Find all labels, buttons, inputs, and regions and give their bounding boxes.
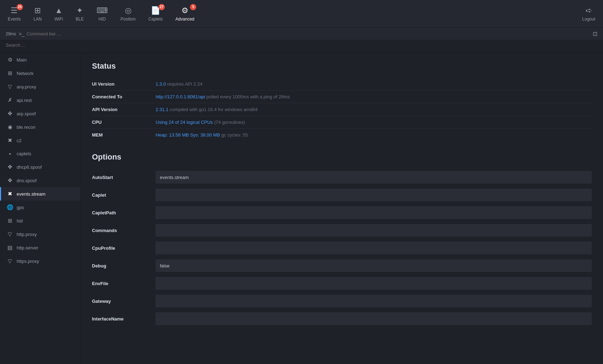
caplets-sidebar-label: caplets: [17, 151, 31, 156]
status-row-label: API Version: [92, 107, 156, 112]
status-value-dim: requires API 2.24: [167, 81, 203, 87]
export-icon[interactable]: ⊡: [593, 30, 597, 37]
status-value-highlight: 2.31.1: [156, 107, 170, 112]
sidebar-item-api-rest[interactable]: ✗api.rest: [0, 93, 80, 107]
advanced-nav-label: Advanced: [175, 17, 194, 22]
option-label: InterfaceName: [92, 316, 156, 322]
option-input-caplet[interactable]: [156, 189, 592, 201]
http-proxy-sidebar-label: http.proxy: [17, 232, 37, 237]
search-input[interactable]: [6, 42, 597, 48]
api-rest-sidebar-label: api.rest: [17, 98, 32, 103]
option-row: Commands: [92, 222, 592, 239]
cmd-arrow-icon: >_: [19, 31, 24, 37]
caplets-sidebar-icon: ▪: [7, 151, 13, 157]
status-row-label: Connected To: [92, 94, 156, 99]
http-proxy-sidebar-icon: ▽: [7, 231, 13, 237]
option-row: CapletPath: [92, 204, 592, 221]
status-table: UI Version1.3.0 requires API 2.24Connect…: [92, 78, 592, 141]
option-label: CapletPath: [92, 210, 156, 215]
logout-button[interactable]: ➪ Logout: [580, 3, 597, 24]
lan-nav-icon: ⊞: [34, 6, 41, 15]
position-nav-icon: ◎: [125, 6, 132, 15]
events-badge: 25: [17, 4, 23, 10]
option-input-interfacename[interactable]: [156, 312, 592, 325]
option-row: EnvFile: [92, 275, 592, 292]
option-label: CpuProfile: [92, 245, 156, 251]
nav-item-ble[interactable]: ✦BLE: [74, 3, 86, 24]
option-row: AutoStart: [92, 169, 592, 186]
nav-item-hid[interactable]: ⌨HID: [94, 3, 110, 24]
sidebar-item-arp-spoof[interactable]: ✤arp.spoof: [0, 107, 80, 120]
advanced-badge: 5: [190, 4, 196, 10]
options-title: Options: [92, 152, 592, 162]
sidebar-item-gps[interactable]: 🌐gps: [0, 201, 80, 214]
option-label: Debug: [92, 263, 156, 268]
main-sidebar-icon: ⚙: [7, 57, 13, 63]
option-input-cpuprofile[interactable]: [156, 242, 592, 254]
option-input-commands[interactable]: [156, 224, 592, 237]
dns-spoof-sidebar-icon: ✤: [7, 177, 13, 184]
sidebar-item-network[interactable]: ⊞Network: [0, 67, 80, 80]
sidebar: ⚙Main⊞Network▽any.proxy✗api.rest✤arp.spo…: [0, 53, 81, 364]
sidebar-item-http-server[interactable]: ▤http.server: [0, 241, 80, 254]
status-value-highlight: 1.3.0: [156, 81, 167, 87]
nav-item-caplets[interactable]: 📄27Caplets: [146, 3, 165, 24]
sidebar-item-hid[interactable]: ⊞hid: [0, 214, 80, 227]
status-row-value: http://127.0.0.1:8081/api polled every 1…: [156, 94, 290, 99]
sidebar-item-http-proxy[interactable]: ▽http.proxy: [0, 227, 80, 241]
status-row-value: Heap: 13.58 MB Sys: 38.00 MB gc cycles: …: [156, 132, 248, 138]
nav-item-position[interactable]: ◎Position: [118, 3, 138, 24]
hid-sidebar-icon: ⊞: [7, 218, 13, 224]
nav-item-advanced[interactable]: ⚙5Advanced: [173, 3, 196, 24]
status-value-highlight: Using 24 of 24 logical CPUs: [156, 120, 214, 125]
sidebar-item-events-stream[interactable]: ✖events.stream: [0, 187, 80, 201]
nav-item-wifi[interactable]: ▲WiFi: [52, 3, 65, 24]
sidebar-item-caplets[interactable]: ▪caplets: [0, 147, 80, 160]
status-row: API Version2.31.1 compiled with go1.16.4…: [92, 103, 592, 116]
status-value-dim: gc cycles: 55: [221, 132, 248, 138]
http-server-sidebar-label: http.server: [17, 245, 38, 250]
sidebar-item-any-proxy[interactable]: ▽any.proxy: [0, 80, 80, 93]
option-input-capletpath[interactable]: [156, 206, 592, 219]
lan-nav-label: LAN: [34, 17, 42, 22]
hid-nav-label: HID: [98, 17, 106, 22]
option-input-envfile[interactable]: [156, 277, 592, 290]
option-row: Gateway: [92, 293, 592, 310]
sidebar-item-dns-spoof[interactable]: ✤dns.spoof: [0, 174, 80, 187]
command-input[interactable]: [27, 31, 593, 36]
network-sidebar-icon: ⊞: [7, 70, 13, 76]
https-proxy-sidebar-icon: ▽: [7, 258, 13, 264]
option-label: EnvFile: [92, 281, 156, 286]
status-row-label: CPU: [92, 120, 156, 125]
status-row-label: MEM: [92, 132, 156, 138]
status-value-highlight: http://127.0.0.1:8081/api: [156, 94, 207, 99]
option-input-gateway[interactable]: [156, 295, 592, 307]
sidebar-item-main[interactable]: ⚙Main: [0, 53, 80, 67]
topnav: ☰25Events⊞LAN▲WiFi✦BLE⌨HID◎Position📄27Ca…: [0, 0, 603, 28]
status-row-value: 2.31.1 compiled with go1.16.4 for window…: [156, 107, 257, 112]
any-proxy-sidebar-icon: ▽: [7, 83, 13, 90]
option-label: Caplet: [92, 192, 156, 198]
sidebar-item-c2[interactable]: ✖c2: [0, 134, 80, 147]
gps-sidebar-label: gps: [17, 205, 24, 210]
status-row-label: UI Version: [92, 81, 156, 87]
nav-item-events[interactable]: ☰25Events: [6, 3, 23, 24]
wifi-nav-icon: ▲: [55, 6, 63, 15]
status-value-highlight: Heap: 13.58 MB Sys: 38.00 MB: [156, 132, 221, 138]
position-nav-label: Position: [121, 17, 136, 22]
sidebar-item-dhcp6-spoof[interactable]: ✤dhcp6.spoof: [0, 160, 80, 174]
network-sidebar-label: Network: [17, 71, 34, 76]
main-layout: ⚙Main⊞Network▽any.proxy✗api.rest✤arp.spo…: [0, 53, 603, 364]
option-input-debug[interactable]: [156, 259, 592, 272]
status-row-value: 1.3.0 requires API 2.24: [156, 81, 202, 87]
caplets-nav-label: Caplets: [148, 17, 163, 22]
sidebar-item-ble-recon[interactable]: ◉ble.recon: [0, 120, 80, 134]
option-input-autostart[interactable]: [156, 171, 592, 184]
status-value-dim: compiled with go1.16.4 for windows amd64: [170, 107, 258, 112]
logout-label: Logout: [582, 17, 595, 22]
sidebar-item-https-proxy[interactable]: ▽https.proxy: [0, 254, 80, 268]
nav-item-lan[interactable]: ⊞LAN: [31, 3, 44, 24]
dhcp6-spoof-sidebar-icon: ✤: [7, 164, 13, 170]
ble-recon-sidebar-label: ble.recon: [17, 125, 35, 130]
dns-spoof-sidebar-label: dns.spoof: [17, 178, 36, 183]
